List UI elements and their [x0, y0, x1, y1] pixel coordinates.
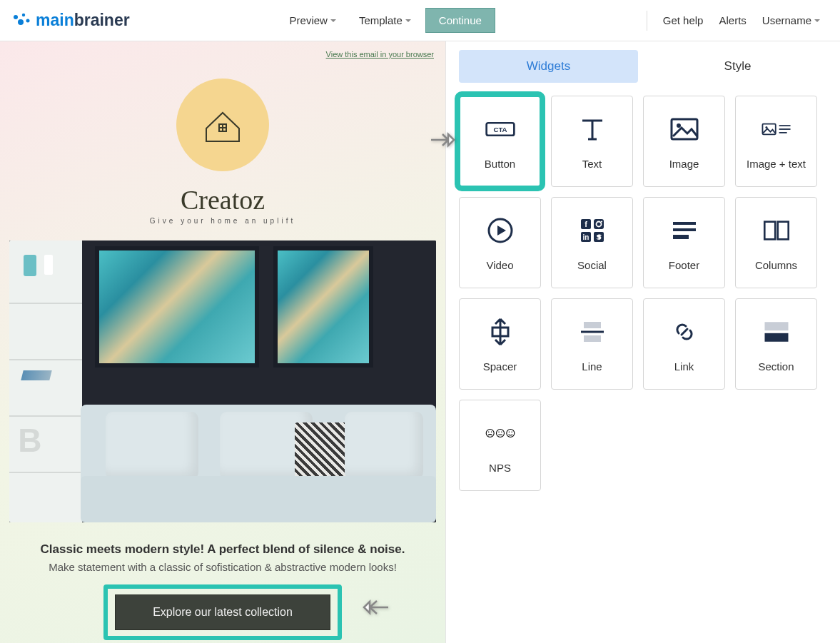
image-icon — [669, 113, 700, 145]
svg-point-39 — [496, 429, 504, 437]
email-canvas[interactable]: View this email in your browser Creatoz … — [0, 41, 446, 643]
tab-widgets[interactable]: Widgets — [459, 50, 638, 83]
chevron-down-icon — [814, 19, 820, 22]
brand-block: Creatoz Give your home an uplift — [6, 79, 440, 225]
svg-point-45 — [511, 431, 512, 432]
widget-spacer[interactable]: Spacer — [459, 298, 541, 390]
text-icon — [577, 113, 608, 145]
svg-text:f: f — [585, 220, 587, 228]
footer-icon — [669, 215, 700, 246]
house-badge — [176, 79, 269, 171]
house-icon — [198, 100, 248, 150]
svg-point-38 — [490, 431, 492, 432]
widget-label: Image + text — [747, 158, 806, 170]
link-icon — [669, 316, 700, 348]
logo-text: mainbrainer — [36, 11, 130, 30]
hero-image: B — [9, 241, 436, 522]
preview-dropdown[interactable]: Preview — [281, 8, 345, 33]
cta-highlight: Explore our latest collection — [103, 584, 342, 640]
logo-dots-icon — [11, 12, 31, 29]
image-text-icon — [761, 113, 792, 145]
cta-icon: CTA — [485, 113, 516, 145]
svg-rect-19 — [594, 219, 604, 229]
divider — [647, 11, 647, 31]
video-icon — [485, 215, 516, 246]
alerts-link[interactable]: Alerts — [719, 14, 746, 26]
app-logo: mainbrainer — [11, 11, 130, 30]
svg-point-0 — [14, 15, 18, 19]
cta-button[interactable]: Explore our latest collection — [115, 594, 330, 630]
chevron-down-icon — [405, 19, 411, 22]
svg-rect-35 — [764, 333, 788, 341]
widget-label: Columns — [755, 259, 797, 271]
svg-rect-29 — [777, 221, 788, 239]
pointer-arrow-right-icon — [430, 131, 457, 152]
widget-line[interactable]: Line — [551, 298, 633, 390]
svg-rect-27 — [673, 235, 689, 239]
section-icon — [761, 316, 792, 348]
svg-point-36 — [486, 429, 494, 437]
svg-text:CTA: CTA — [493, 126, 507, 133]
continue-button[interactable]: Continue — [425, 8, 495, 33]
svg-point-43 — [506, 429, 514, 437]
subtext: Make statement with a classic of sofisti… — [6, 561, 440, 573]
svg-rect-31 — [584, 322, 601, 328]
tab-style[interactable]: Style — [648, 50, 827, 83]
svg-point-40 — [498, 431, 500, 432]
svg-point-21 — [600, 221, 602, 222]
widget-image[interactable]: Image — [643, 96, 725, 187]
panel-tabs: Widgets Style — [459, 50, 827, 83]
svg-point-2 — [18, 19, 24, 25]
widget-link[interactable]: Link — [643, 298, 725, 390]
svg-rect-11 — [762, 123, 775, 134]
widget-columns[interactable]: Columns — [735, 197, 817, 288]
line-icon — [577, 316, 608, 348]
widget-label: Line — [582, 360, 602, 373]
widget-image-text[interactable]: Image + text — [735, 96, 817, 187]
widget-label: Section — [758, 360, 794, 373]
widget-grid: CTA Button Text Image — [459, 96, 827, 491]
svg-point-44 — [508, 431, 510, 432]
widget-video[interactable]: Video — [459, 197, 541, 288]
widget-section[interactable]: Section — [735, 298, 817, 390]
widget-label: Image — [669, 158, 699, 170]
widget-label: Link — [674, 360, 694, 373]
svg-point-3 — [26, 19, 30, 22]
headline-text: Classic meets modern style! A perfect bl… — [6, 542, 440, 557]
svg-text:in: in — [582, 233, 589, 241]
header-bar: mainbrainer Preview Template Continue Ge… — [0, 0, 840, 41]
svg-rect-28 — [764, 221, 775, 239]
svg-point-1 — [22, 13, 25, 16]
svg-rect-25 — [673, 222, 696, 225]
widget-label: Text — [582, 158, 602, 170]
chevron-down-icon — [330, 19, 336, 22]
nps-icon — [485, 417, 516, 449]
svg-rect-33 — [584, 335, 601, 342]
pointer-arrow-left-icon — [361, 597, 390, 620]
nav-center: Preview Template Continue — [281, 8, 495, 33]
widget-label: Footer — [669, 259, 699, 271]
view-in-browser-link[interactable]: View this email in your browser — [6, 47, 440, 61]
get-help-link[interactable]: Get help — [663, 14, 704, 26]
brand-name: Creatoz — [181, 184, 265, 216]
svg-point-37 — [488, 431, 490, 432]
columns-icon — [761, 215, 792, 246]
svg-rect-26 — [673, 228, 696, 231]
nav-right: Get help Alerts Username — [647, 11, 829, 31]
widget-label: NPS — [489, 462, 511, 474]
username-dropdown[interactable]: Username — [762, 14, 820, 26]
widget-button[interactable]: CTA Button — [459, 96, 541, 187]
svg-point-41 — [501, 431, 502, 432]
widget-label: Button — [485, 158, 515, 170]
widget-label: Spacer — [483, 360, 517, 373]
social-icon: f in — [577, 215, 608, 246]
svg-point-10 — [677, 123, 681, 128]
brand-tagline: Give your home an uplift — [150, 217, 295, 225]
widget-text[interactable]: Text — [551, 96, 633, 187]
template-dropdown[interactable]: Template — [350, 8, 420, 33]
svg-rect-34 — [764, 322, 788, 330]
widget-footer[interactable]: Footer — [643, 197, 725, 288]
widget-nps[interactable]: NPS — [459, 400, 541, 491]
widget-label: Video — [486, 259, 513, 271]
widget-social[interactable]: f in Social — [551, 197, 633, 288]
